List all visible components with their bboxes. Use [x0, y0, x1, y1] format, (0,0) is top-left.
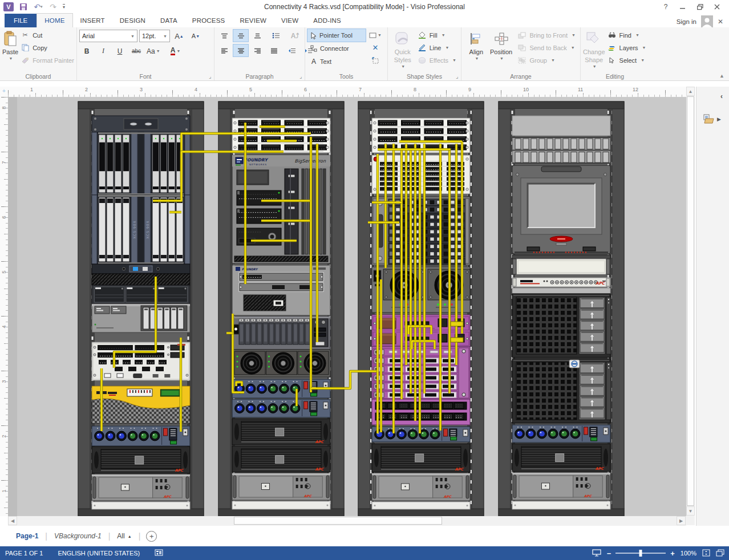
sign-in-link[interactable]: Sign in [677, 18, 696, 25]
pointer-tool-button[interactable]: Pointer Tool [307, 29, 366, 42]
zoom-slider-thumb[interactable] [639, 550, 642, 557]
switch-windows-icon[interactable] [716, 549, 724, 558]
shrink-font-button[interactable]: A▼ [188, 30, 203, 42]
all-pages-dropdown[interactable]: All▲ [110, 532, 138, 540]
avatar[interactable] [701, 15, 713, 27]
vertical-scroll-thumb[interactable] [687, 96, 694, 506]
horizontal-ruler[interactable]: 123456789101112 [8, 87, 686, 98]
align-top-button[interactable] [217, 30, 232, 42]
align-middle-button[interactable] [233, 30, 248, 42]
grow-font-button[interactable]: A▲ [172, 30, 187, 42]
ruler-origin-icon[interactable]: + [0, 87, 9, 98]
rotate-text-icon[interactable]: A⤴ [287, 30, 302, 42]
page-indicator[interactable]: PAGE 1 OF 1 [5, 550, 43, 557]
insert-page-button[interactable]: + [146, 531, 157, 542]
paste-button[interactable]: Paste ▼ [2, 29, 18, 71]
align-button[interactable]: Align▼ [464, 29, 489, 71]
change-case-button[interactable]: Aa▼ [145, 45, 161, 57]
tab-data[interactable]: DATA [153, 14, 185, 27]
align-right-button[interactable] [250, 44, 265, 56]
visio-app-icon[interactable]: V [3, 2, 14, 11]
shape-styles-dialog-launcher[interactable]: ⌟ [454, 74, 460, 79]
connector-tool-button[interactable]: Connector [307, 42, 366, 55]
save-icon[interactable] [18, 2, 29, 11]
page-tab-vbackground-1[interactable]: VBackground-1 [47, 532, 108, 540]
scroll-left-button[interactable]: ◀ [8, 516, 17, 525]
align-left-button[interactable] [217, 44, 232, 56]
close-button[interactable] [710, 2, 724, 12]
underline-button[interactable]: U [112, 45, 127, 57]
position-button[interactable]: Position▼ [489, 29, 514, 71]
change-shape-button[interactable]: Change Shape▼ [583, 29, 605, 71]
bold-button[interactable]: B [79, 45, 94, 57]
scroll-down-button[interactable]: ▼ [686, 506, 695, 516]
tab-home[interactable]: HOME [37, 13, 72, 28]
zoom-in-button[interactable]: + [670, 550, 675, 557]
font-dialog-launcher[interactable]: ⌟ [207, 74, 213, 79]
rectangle-tool-button[interactable]: ▼ [368, 29, 383, 41]
rack-4[interactable]: APCAPCAPC [499, 102, 624, 516]
expand-pane-chevron-icon[interactable]: ‹ [720, 92, 723, 100]
tab-process[interactable]: PROCESS [185, 14, 233, 27]
help-button[interactable]: ? [658, 2, 673, 12]
tab-review[interactable]: REVIEW [232, 14, 274, 27]
transform-tool-button[interactable] [368, 54, 383, 66]
page-tab-page-1[interactable]: Page-1 [9, 532, 45, 540]
copy-button[interactable]: Copy [18, 42, 76, 54]
rack-1[interactable]: XCS 90XXCS 90XAPCAPC [78, 102, 204, 516]
justify-button[interactable] [266, 44, 281, 56]
zoom-out-button[interactable]: − [607, 550, 611, 557]
language-indicator[interactable]: ENGLISH (UNITED STATES) [58, 550, 140, 557]
italic-button[interactable]: I [96, 45, 111, 57]
collapse-ribbon-icon[interactable]: ▲ [719, 73, 724, 79]
font-size-select[interactable]: 12pt.▼ [139, 30, 170, 42]
tab-view[interactable]: VIEW [274, 14, 306, 27]
undo-button[interactable]: ↶▾ [33, 2, 43, 11]
customize-qat-icon[interactable]: ▾ [63, 4, 65, 10]
text-tool-button[interactable]: A Text [307, 55, 366, 68]
line-button[interactable]: Line▼ [415, 42, 459, 54]
rack-2[interactable]: FOUNDRYNETWORKSBigServerIronFOUNDRYAPCAP… [218, 102, 344, 516]
strikethrough-button[interactable]: abc [129, 45, 144, 57]
quick-styles-button[interactable]: Quick Styles▼ [390, 29, 415, 71]
group-button[interactable]: Group▼ [515, 54, 578, 66]
drawing-canvas[interactable]: XCS 90XXCS 90XAPCAPCFOUNDRYNETWORKSBigSe… [8, 97, 686, 516]
tab-design[interactable]: DESIGN [112, 14, 153, 27]
select-button[interactable]: Select▼ [605, 54, 649, 66]
format-painter-button[interactable]: Format Painter [18, 54, 76, 66]
tab-file[interactable]: FILE [5, 14, 37, 27]
vertical-ruler[interactable]: 87654321 [0, 97, 9, 516]
align-center-button[interactable] [233, 44, 248, 56]
paragraph-dialog-launcher[interactable]: ⌟ [298, 74, 303, 79]
cut-button[interactable]: ✂Cut [18, 29, 76, 41]
send-to-back-button[interactable]: Send to Back▼ [515, 42, 578, 54]
font-family-select[interactable]: Arial▼ [79, 30, 137, 42]
scroll-up-button[interactable]: ▲ [686, 87, 695, 96]
horizontal-scrollbar[interactable]: ◀ ▶ [8, 516, 686, 526]
effects-button[interactable]: Effects▼ [415, 54, 459, 66]
stencil-icon[interactable] [703, 114, 715, 125]
vertical-scrollbar[interactable]: ▲ ▼ [686, 87, 695, 525]
tab-addins[interactable]: ADD-INS [306, 14, 349, 27]
restore-button[interactable] [692, 2, 707, 12]
redo-button[interactable]: ↷ [48, 2, 58, 11]
font-color-button[interactable]: A▼ [168, 45, 183, 57]
fill-button[interactable]: Fill▼ [415, 29, 459, 41]
zoom-percent[interactable]: 100% [681, 550, 696, 557]
layers-button[interactable]: Layers▼ [605, 42, 649, 54]
decrease-indent-button[interactable] [285, 44, 299, 56]
fit-page-icon[interactable] [702, 549, 710, 558]
presentation-mode-icon[interactable] [592, 549, 601, 558]
bring-to-front-button[interactable]: Bring to Front▼ [515, 29, 578, 41]
stencil-expand-arrow-icon[interactable]: ▶ [717, 116, 721, 122]
horizontal-scroll-thumb[interactable] [234, 517, 442, 525]
minimize-button[interactable] [675, 2, 690, 12]
find-button[interactable]: Find▼ [605, 29, 649, 41]
zoom-slider[interactable]: − + [607, 550, 675, 557]
align-bottom-button[interactable] [250, 30, 265, 42]
macro-record-icon[interactable] [155, 549, 163, 557]
delete-tool-button[interactable]: ✕ [368, 42, 383, 54]
bullets-button[interactable] [269, 30, 284, 42]
tab-insert[interactable]: INSERT [73, 14, 112, 27]
document-close-icon[interactable]: ✕ [718, 18, 723, 26]
